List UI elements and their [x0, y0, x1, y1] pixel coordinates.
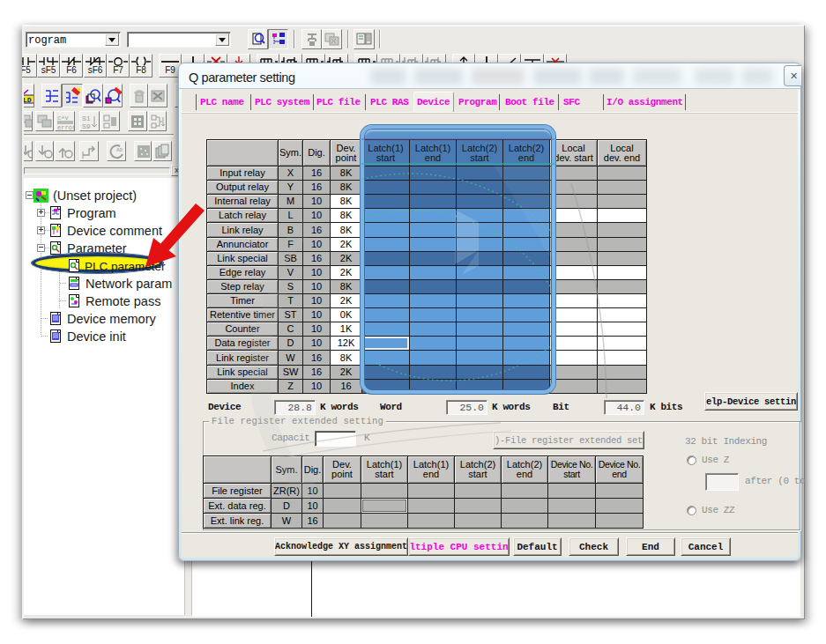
svg-text:error: error — [57, 124, 74, 130]
svg-text:S1: S1 — [82, 115, 91, 122]
svg-text:LD: LD — [23, 96, 32, 104]
svg-text:c+v: c+v — [57, 115, 69, 122]
svg-text:S9: S9 — [82, 122, 91, 130]
svg-text:AD: AD — [116, 147, 123, 153]
